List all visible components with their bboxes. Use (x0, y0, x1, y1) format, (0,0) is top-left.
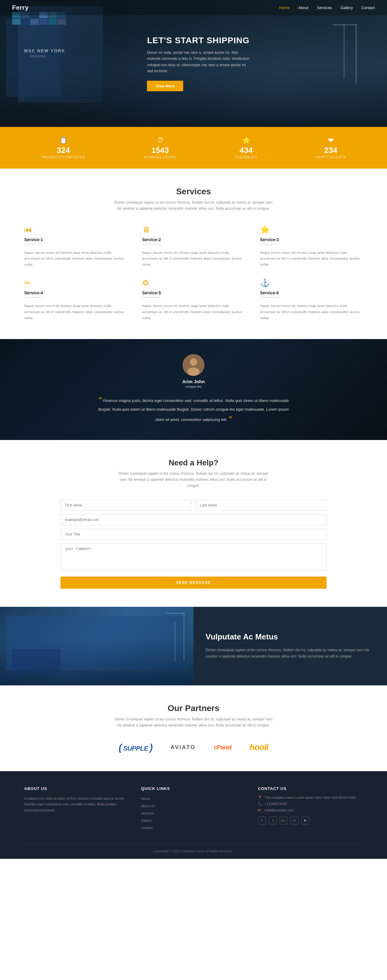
footer-email: ✉ mail@example.com (258, 808, 363, 812)
services-grid: ⏮ Service-1 Itaque earum rerum hic tenet… (24, 225, 363, 321)
service-item-1: ⏮ Service-1 Itaque earum rerum hic tenet… (24, 225, 127, 268)
stat-clients-icon: ❤ (316, 137, 346, 145)
service-5-icon: ⚙ (142, 278, 245, 288)
stat-clients-label: HAPPY CLIENTS (316, 156, 346, 159)
hero-cta-button[interactable]: View More (147, 81, 183, 91)
about-text: Donec consequat sapien ut leo cursus rho… (205, 647, 372, 660)
stat-hours-icon: ⏱ (144, 137, 176, 145)
stat-projects-icon: 📋 (41, 137, 85, 145)
stat-hours: ⏱ 1543 WORKING HOURS (144, 137, 176, 159)
close-quote: " (228, 415, 231, 422)
contact-title: Need a Help? (61, 458, 326, 468)
stat-hours-label: WORKING HOURS (144, 156, 176, 159)
service-6-name: Service-6 (260, 290, 279, 298)
form-name-row (61, 500, 326, 511)
social-google[interactable]: G+ (280, 816, 288, 824)
crane-arm-1 (333, 24, 357, 25)
hero-text: Donec mi nulla, auctor nec sem a, ornare… (147, 49, 250, 74)
service-5-name: Service-5 (142, 290, 161, 298)
nav-about[interactable]: About (298, 5, 308, 10)
stat-hours-number: 1543 (144, 146, 176, 155)
comment-textarea[interactable] (61, 543, 326, 571)
hooli-text: hooli (250, 743, 269, 752)
footer-link-home[interactable]: Home (141, 795, 246, 801)
service-item-5: ⚙ Service-5 Itaque earum rerum hic tenet… (142, 278, 245, 321)
stat-projects-label: PROJECTS COMPLETED (41, 156, 85, 159)
partner-aviato: AVIATO (170, 744, 196, 751)
footer-links-title: QUICK LINKS (141, 786, 246, 791)
footer: ABOUT US Curabitur non nulla sit amet ni… (0, 771, 387, 859)
service-6-icon: ⚓ (260, 278, 363, 288)
footer-contact-title: CONTACT US (258, 786, 363, 791)
service-2-text: Itaque earum rerum hic tenetur asap iant… (142, 250, 245, 268)
partners-section: Our Partners Donec consequat sapien ut l… (0, 686, 387, 771)
partners-subtitle: Donec consequat sapien ut leo cursus rho… (112, 716, 275, 729)
cpanel-text: cPanel (214, 744, 231, 751)
service-item-3: ⭐ Service-3 Itaque earum rerum hic tenet… (260, 225, 363, 268)
footer-about-title: ABOUT US (24, 786, 129, 791)
stat-feedback: ⭐ 434 FEEDBACKS (235, 137, 257, 159)
stat-feedback-label: FEEDBACKS (235, 156, 257, 159)
partners-logos: ( SUPPLE ) AVIATO cPanel hooli (24, 742, 363, 753)
title-input[interactable] (61, 529, 326, 540)
social-linkedin[interactable]: in (291, 816, 298, 824)
aviato-text: AVIATO (170, 744, 196, 750)
service-1-name: Service-1 (24, 237, 43, 245)
footer-grid: ABOUT US Curabitur non nulla sit amet ni… (24, 786, 363, 832)
address-icon: 📍 (258, 795, 262, 800)
nav-logo[interactable]: Ferry (12, 4, 29, 11)
services-section: Services Donec consequat sapien ut leo c… (0, 169, 387, 339)
footer-social: f t G+ in ▶ (258, 816, 363, 824)
stat-projects: 📋 324 PROJECTS COMPLETED (41, 137, 85, 159)
service-item-2: 🖥 Service-2 Itaque earum rerum hic tenet… (142, 225, 245, 268)
nav-gallery[interactable]: Gallery (341, 5, 353, 10)
footer-link-contact[interactable]: Contact (141, 825, 246, 830)
hero-section: MSC NEW YORK PANAMA LET'S START SHIPPING… (0, 0, 387, 127)
footer-link-services[interactable]: Services (141, 810, 246, 816)
service-4-text: Itaque earum rerum hic tenetur asap iant… (24, 303, 127, 321)
partner-cpanel: cPanel (214, 744, 231, 751)
crane-2 (344, 24, 345, 79)
service-item-4: ✂ Service-4 Itaque earum rerum hic tenet… (24, 278, 127, 321)
social-twitter[interactable]: t (269, 816, 277, 824)
send-message-button[interactable]: SEND MESSAGE (61, 577, 326, 589)
service-5-text: Itaque earum rerum hic tenetur asap iant… (142, 303, 245, 321)
nav-home[interactable]: Home (279, 5, 290, 10)
footer-phone: 📞 +12345678910 (258, 802, 363, 806)
service-3-name: Service-3 (260, 237, 279, 245)
footer-links-list: Home About Us Services Gallery Contact (141, 795, 246, 830)
footer-links-col: QUICK LINKS Home About Us Services Galle… (141, 786, 246, 832)
crane-1 (355, 24, 357, 84)
footer-about-text: Curabitur non nulla sit amet nisTorm tem… (24, 795, 129, 813)
email-icon: ✉ (258, 808, 262, 812)
svg-point-1 (190, 358, 197, 366)
supple-text: SUPPLE (123, 745, 148, 752)
social-youtube[interactable]: ▶ (301, 816, 309, 824)
copyright-text: Copyright © 2021 Company name All rights… (154, 849, 233, 853)
service-4-icon: ✂ (24, 278, 127, 288)
partner-supple: ( SUPPLE ) (119, 742, 153, 753)
nav-contact[interactable]: Contact (361, 5, 375, 10)
footer-email-text: mail@example.com (264, 808, 294, 812)
footer-link-gallery[interactable]: Gallery (141, 818, 246, 823)
about-section: Vulputate Ac Metus Donec consequat sapie… (0, 607, 387, 686)
email-input[interactable] (61, 514, 326, 525)
footer-address-text: The company name Lorem ipsum dolor New Y… (264, 795, 356, 799)
stat-clients-number: 234 (316, 146, 346, 155)
partner-hooli: hooli (250, 743, 269, 752)
supple-bracket-open: ( (119, 742, 122, 753)
last-name-input[interactable] (196, 500, 326, 511)
service-2-icon: 🖥 (142, 225, 245, 234)
testimonial-name: Arim John (94, 379, 293, 384)
footer-address: 📍 The company name Lorem ipsum dolor New… (258, 795, 363, 800)
service-4-name: Service-4 (24, 290, 43, 298)
social-facebook[interactable]: f (258, 816, 266, 824)
partners-title: Our Partners (24, 703, 363, 713)
about-image (0, 607, 193, 686)
stat-feedback-number: 434 (235, 146, 257, 155)
footer-link-about[interactable]: About Us (141, 803, 246, 808)
avatar-image (183, 354, 204, 376)
nav-services[interactable]: Services (317, 5, 332, 10)
quote-text: Vivamus magna justo, lacinia eget consec… (98, 398, 289, 422)
first-name-input[interactable] (61, 500, 191, 511)
